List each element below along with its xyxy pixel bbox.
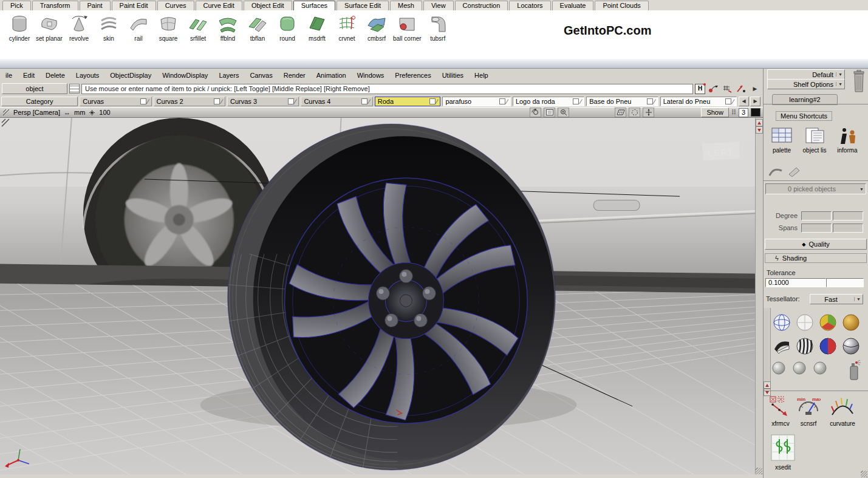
panel-scroll-up-button[interactable]	[764, 381, 771, 389]
tabs-scroll-left-button[interactable]: ◀	[739, 97, 749, 106]
category-tab-curvas3[interactable]: Curvas 3∕	[227, 97, 299, 106]
category-select[interactable]: Category	[1, 97, 78, 106]
gutter-scroll-up-button[interactable]	[756, 119, 763, 126]
menu-shortcuts-button[interactable]: Menu Shortcuts	[776, 111, 832, 121]
menu-utilities[interactable]: Utilities	[437, 70, 469, 80]
tool-crvnet[interactable]: crvnet	[333, 13, 360, 42]
clipped-shelf-icon-1[interactable]	[768, 166, 783, 178]
visibility-checkbox[interactable]	[647, 98, 653, 104]
zebra-stripes-icon[interactable]	[795, 336, 815, 356]
xfrmcv-tool[interactable]	[767, 395, 794, 420]
shelf-tab-locators[interactable]: Locators	[509, 1, 550, 10]
shelf-tab-paint[interactable]: Paint	[80, 1, 111, 10]
scnsrf-tool[interactable]: minmax	[795, 395, 822, 420]
spans-field-2[interactable]	[833, 224, 863, 233]
sphere-icon-1[interactable]	[771, 360, 787, 376]
pane-count-field[interactable]: 3	[739, 108, 748, 117]
menu-layers[interactable]: Layers	[213, 70, 244, 80]
shelf-tab-curve-edit[interactable]: Curve Edit	[196, 1, 242, 10]
clipped-shelf-icon-2[interactable]	[788, 166, 802, 178]
shading-row[interactable]: ϟ Shading	[765, 253, 867, 263]
tumble-camera-icon[interactable]	[530, 108, 541, 117]
category-tab-lateral-do-pneu[interactable]: Lateral do Pneu∕	[660, 97, 737, 106]
tool-msdrft[interactable]: msdrft	[304, 13, 330, 42]
tool-rail[interactable]: rail	[125, 13, 152, 42]
trash-icon[interactable]	[852, 70, 866, 94]
wheel-model[interactable]	[228, 124, 556, 470]
menu-render[interactable]: Render	[278, 70, 311, 80]
show-button[interactable]: Show	[701, 108, 729, 117]
chrome-shade-icon[interactable]	[841, 336, 861, 356]
menu-edit[interactable]: Edit	[18, 70, 40, 80]
snap-magnet-icon[interactable]	[735, 84, 747, 94]
pick-component-icon[interactable]	[721, 84, 733, 94]
visibility-checkbox[interactable]	[499, 98, 505, 104]
tool-tbflan[interactable]: tbflan	[244, 13, 271, 42]
visibility-checkbox[interactable]	[288, 98, 294, 104]
panel-dots-menu-icon[interactable]: ⠿	[731, 109, 736, 117]
tool-ffblnd[interactable]: ffblnd	[214, 13, 241, 42]
layout-single-icon[interactable]	[751, 108, 760, 117]
menu-help[interactable]: Help	[469, 70, 494, 80]
menu-windows[interactable]: Windows	[352, 70, 390, 80]
shading-multicolor-icon[interactable]	[818, 313, 838, 332]
degree-field-2[interactable]	[833, 211, 863, 220]
tool-skin[interactable]: skin	[95, 13, 122, 42]
tool-square[interactable]: square	[155, 13, 182, 42]
visibility-checkbox[interactable]	[573, 98, 579, 104]
menu-animation[interactable]: Animation	[311, 70, 352, 80]
redblue-shade-icon[interactable]	[818, 336, 838, 356]
menu-canvas[interactable]: Canvas	[244, 70, 278, 80]
degree-field-1[interactable]	[801, 211, 832, 220]
tessellator-select[interactable]: Fast ▼	[810, 294, 863, 304]
panel-resize-grip[interactable]	[861, 471, 867, 477]
shelf-tab-pick[interactable]: Pick	[2, 1, 31, 10]
grid-plane-icon[interactable]	[615, 108, 626, 117]
shelf-tab-surfaces[interactable]: Surfaces	[293, 1, 335, 10]
zoom-icon[interactable]	[558, 108, 569, 117]
h-button[interactable]: H	[695, 84, 705, 94]
viewport-resize-grip[interactable]	[756, 468, 762, 474]
menu-delete[interactable]: Delete	[40, 70, 70, 80]
shelf-tab-transform[interactable]: Transform	[32, 1, 78, 10]
tool-revolve[interactable]: revolve	[66, 13, 92, 42]
viewport-corner-icon[interactable]	[2, 109, 10, 116]
shelf-options-select[interactable]: Shelf Options ▼	[767, 79, 845, 89]
prompt-history-icon[interactable]	[69, 84, 80, 94]
prompt-scope-select[interactable]: object	[2, 83, 67, 94]
shelf-tab-paint-edit[interactable]: Paint Edit	[112, 1, 156, 10]
picked-objects-dropdown[interactable]: 0 picked objects ▼	[765, 183, 866, 194]
shelf-tab-construction[interactable]: Construction	[455, 1, 508, 10]
shelf-tab-point-clouds[interactable]: Point Clouds	[595, 1, 648, 10]
menu-file[interactable]: ile	[0, 70, 18, 80]
tool-cylinder[interactable]: cylinder	[6, 13, 33, 42]
category-tab-base-do-pneu[interactable]: Base do Pneu∕	[586, 97, 658, 106]
prompt-input[interactable]: Use mouse or enter name of item to pick …	[81, 84, 693, 94]
tolerance-field-2[interactable]	[826, 278, 864, 287]
sphere-icon-2[interactable]	[791, 360, 807, 376]
gutter-scroll-down-button[interactable]	[756, 126, 763, 134]
shelf-tab-curves[interactable]: Curves	[157, 1, 194, 10]
sphere-icon-3[interactable]	[812, 360, 828, 376]
information-item[interactable]: informa	[832, 127, 863, 154]
curvature-tool[interactable]	[824, 395, 861, 420]
visibility-checkbox[interactable]	[725, 98, 731, 104]
tool-srfillet[interactable]: srfillet	[185, 13, 211, 42]
quality-section-header[interactable]: ◆ Quality	[765, 239, 867, 250]
category-tab-curvas[interactable]: Curvas∕	[80, 97, 151, 106]
tool-round[interactable]: round	[274, 13, 301, 42]
viewport-canvas[interactable]: LEFT	[0, 118, 755, 474]
menu-layouts[interactable]: Layouts	[70, 70, 105, 80]
tabs-scroll-right-button[interactable]: ▶	[750, 97, 760, 106]
spray-can-icon[interactable]	[847, 359, 861, 382]
move-view-icon[interactable]	[643, 108, 654, 117]
category-tab-roda[interactable]: Roda∕	[375, 97, 441, 106]
tolerance-field[interactable]: 0.1000	[765, 278, 826, 287]
shelf-tab-object-edit[interactable]: Object Edit	[244, 1, 292, 10]
visibility-checkbox[interactable]	[214, 98, 220, 104]
paint-brush-icon[interactable]	[772, 336, 791, 356]
xsedit-tool[interactable]	[770, 434, 796, 462]
menu-objectdisplay[interactable]: ObjectDisplay	[104, 70, 157, 80]
tool-set-planar[interactable]: set planar	[36, 13, 63, 42]
tool-tubsrf[interactable]: tubsrf	[425, 13, 451, 42]
